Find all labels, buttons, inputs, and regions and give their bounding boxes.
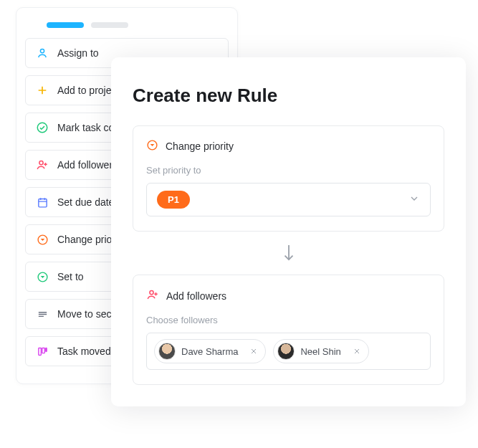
svg-rect-6 [38,348,41,355]
priority-select[interactable]: P1 [146,183,431,216]
arrow-connector [133,232,444,275]
action-label: Set to [57,271,84,282]
follower-name: Neel Shin [300,346,340,357]
svg-point-10 [150,290,153,294]
move-section-icon [36,308,49,320]
svg-rect-8 [45,348,46,351]
follower-chip: Dave Sharma [154,339,266,363]
follower-name: Dave Sharma [181,346,238,357]
svg-point-0 [40,49,44,52]
svg-point-2 [39,161,43,164]
priority-down-icon [146,139,158,153]
add-person-icon [146,288,159,303]
card-subtitle: Set priority to [146,165,431,176]
svg-rect-3 [38,199,46,206]
priority-down-icon [36,233,49,246]
page-title: Create new Rule [133,85,444,107]
priority-value: P1 [157,191,190,209]
priority-down-icon [36,270,49,283]
tab-row [25,18,229,38]
tab-inactive[interactable] [91,22,128,28]
avatar [158,343,176,360]
column-icon [36,345,49,358]
action-label: Add to project [57,85,119,96]
calendar-icon [36,196,49,209]
card-title: Change priority [166,140,234,152]
card-subtitle: Choose followers [146,315,431,325]
action-label: Assign to [57,47,99,59]
avatar [277,343,295,360]
plus-icon [36,84,49,97]
followers-card: Add followers Choose followers Dave Shar… [133,275,444,385]
remove-icon[interactable] [351,345,363,357]
action-label: Add followers [57,159,118,171]
svg-rect-7 [42,348,44,353]
create-rule-panel: Create new Rule Change priority Set prio… [111,57,466,406]
remove-icon[interactable] [248,345,259,357]
follower-chip: Neel Shin [273,339,368,363]
card-title: Add followers [166,290,226,302]
svg-point-1 [37,123,47,133]
check-circle-icon [36,121,49,134]
action-label: Set due date [57,196,114,208]
card-header: Add followers [146,288,431,303]
card-header: Change priority [146,139,431,153]
chevron-down-icon [408,193,420,207]
person-icon [36,47,49,59]
add-person-icon [36,158,49,171]
priority-card: Change priority Set priority to P1 [133,125,444,232]
followers-input[interactable]: Dave Sharma Neel Shin [146,333,431,370]
tab-active[interactable] [47,22,84,28]
